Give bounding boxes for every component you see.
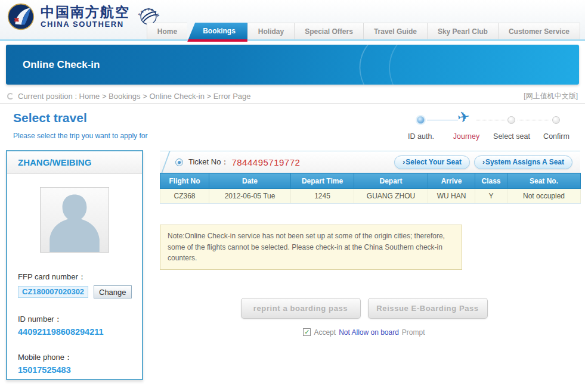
- breadcrumb: Current position : Home > Bookings > Onl…: [18, 92, 251, 101]
- cell-arrive: WU HAN: [428, 189, 475, 204]
- nav-tab-special-offers[interactable]: Special Offers: [294, 23, 363, 39]
- nav-tab-sky-pearl-club[interactable]: Sky Pearl Club: [427, 23, 498, 39]
- col-date: Date: [209, 173, 291, 189]
- brand-text: 中国南方航空 CHINA SOUTHERN: [41, 5, 130, 29]
- nav-tab-travel-guide[interactable]: Travel Guide: [363, 23, 427, 39]
- page-banner: Online Check-in: [6, 45, 579, 85]
- chevron-icon: ›: [482, 158, 485, 166]
- step-dot-select-seat: [507, 116, 515, 124]
- mobile-phone-value: 15017525483: [18, 365, 142, 375]
- reprint-boarding-pass-button[interactable]: reprint a boarding pass: [241, 298, 361, 319]
- ticket-bar: Ticket No： 7844495719772 ›Select Your Se…: [160, 151, 580, 173]
- passenger-name: ZHANG/WEIBING: [7, 151, 142, 174]
- breadcrumb-bar: Current position : Home > Bookings > Onl…: [0, 89, 585, 104]
- page-title: Select travel: [13, 111, 87, 125]
- ticket-no-label: Ticket No：: [188, 157, 228, 167]
- step-label-confirm: Confirm: [543, 132, 569, 141]
- top-header: 中国南方航空 CHINA SOUTHERN SKYTEAM Home Booki…: [0, 0, 585, 39]
- col-flight-no: Flight No: [160, 173, 209, 189]
- col-seat-no: Seat No.: [507, 173, 581, 189]
- table-row: CZ368 2012-06-05 Tue 1245 GUANG ZHOU WU …: [160, 189, 581, 204]
- step-label-journey: Journey: [453, 132, 479, 141]
- step-label-select-seat: Select seat: [493, 132, 530, 141]
- main-content: Ticket No： 7844495719772 ›Select Your Se…: [160, 151, 580, 337]
- header-divider: [0, 39, 585, 41]
- step-connector: [518, 120, 550, 120]
- step-dot-id-auth: [417, 116, 425, 124]
- ticket-radio[interactable]: [175, 158, 183, 166]
- nav-tab-home[interactable]: Home: [147, 23, 187, 39]
- chevron-icon: ›: [403, 158, 405, 166]
- nav-tab-customer-service[interactable]: Customer Service: [498, 23, 580, 39]
- cell-depart: GUANG ZHOU: [354, 189, 428, 204]
- brand-name-en: CHINA SOUTHERN: [41, 20, 130, 29]
- id-number-value: 440921198608294211: [18, 327, 142, 337]
- cell-flight-no: CZ368: [160, 189, 209, 204]
- progress-steps: ✈ ID auth. Journey Select seat Confirm: [403, 114, 581, 145]
- chinese-version-link[interactable]: [网上值机中文版]: [524, 91, 578, 101]
- page-subtitle: Please select the trip you want to apply…: [13, 132, 147, 140]
- brand-name-cn: 中国南方航空: [41, 5, 130, 20]
- col-arrive: Arrive: [428, 173, 475, 189]
- mobile-phone-label: Mobile phone：: [18, 352, 142, 363]
- id-number-label: ID number：: [18, 314, 142, 325]
- table-header-row: Flight No Date Depart Time Depart Arrive…: [160, 173, 581, 189]
- select-your-seat-button[interactable]: ›Select Your Seat: [394, 155, 470, 169]
- check-icon: ✓: [304, 328, 309, 336]
- col-class: Class: [475, 173, 507, 189]
- main-nav: Home Bookings Holiday Special Offers Tra…: [147, 23, 580, 39]
- accept-row: ✓ Accept Not Allow on board Prompt: [154, 328, 574, 337]
- prompt-label: Prompt: [402, 328, 425, 337]
- accept-checkbox[interactable]: ✓: [303, 328, 311, 336]
- nav-tab-holiday[interactable]: Holiday: [247, 23, 294, 39]
- step-dot-confirm: [552, 116, 560, 124]
- page-banner-title: Online Check-in: [23, 59, 100, 71]
- not-allow-on-board-link[interactable]: Not Allow on board: [339, 328, 399, 337]
- note-box: Note:Online Check-in service has not bee…: [160, 225, 462, 270]
- passenger-sidebar: ZHANG/WEIBING FFP card number： CZ1800070…: [6, 150, 143, 380]
- reissue-eboarding-pass-button[interactable]: Reissue E-Boarding Pass: [368, 298, 488, 319]
- current-position-icon: [7, 93, 14, 99]
- step-connector: [476, 120, 506, 120]
- col-depart-time: Depart Time: [291, 173, 354, 189]
- cell-depart-time: 1245: [291, 189, 354, 204]
- china-southern-logo-icon: [7, 3, 35, 30]
- system-assigns-seat-button[interactable]: ›System Assigns A Seat: [474, 155, 572, 169]
- cell-class: Y: [475, 189, 507, 204]
- nav-tab-bookings[interactable]: Bookings: [187, 23, 247, 42]
- step-label-id-auth: ID auth.: [408, 132, 434, 141]
- step-connector: [427, 120, 458, 120]
- ffp-card-label: FFP card number：: [18, 272, 142, 282]
- change-button[interactable]: Change: [94, 285, 132, 298]
- avatar: [40, 187, 109, 253]
- col-depart: Depart: [354, 173, 428, 189]
- flight-table: Flight No Date Depart Time Depart Arrive…: [160, 173, 581, 204]
- ticket-no-value: 7844495719772: [231, 157, 300, 167]
- banner-decoration: [380, 45, 551, 85]
- person-silhouette-icon: [41, 190, 108, 252]
- cell-seat-no: Not occupied: [507, 189, 581, 204]
- accept-label: Accept: [314, 328, 336, 337]
- brand-logo: 中国南方航空 CHINA SOUTHERN SKYTEAM: [7, 3, 161, 30]
- cell-date: 2012-06-05 Tue: [209, 189, 291, 204]
- journey-plane-icon: ✈: [456, 109, 471, 126]
- ffp-card-field[interactable]: CZ180007020302: [18, 286, 88, 298]
